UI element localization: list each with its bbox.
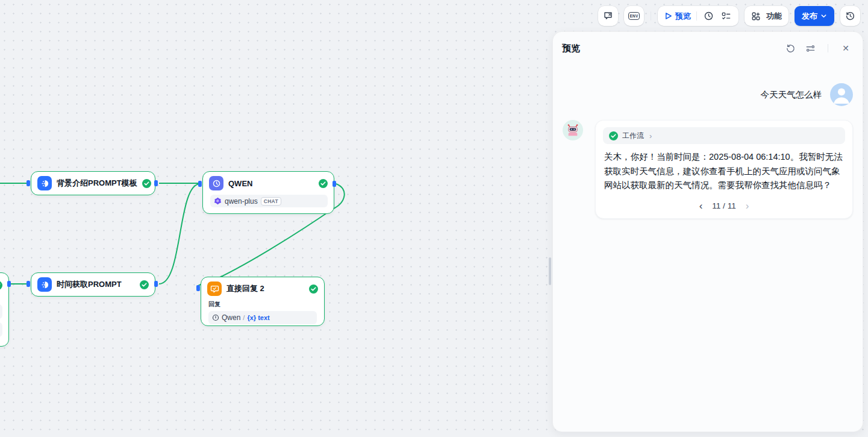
input-port[interactable] [198, 181, 202, 187]
preview-panel-title: 预览 [562, 43, 784, 54]
publish-label: 发布 [802, 11, 817, 22]
node-field-stub [0, 322, 2, 337]
user-message-row: 今天天气怎么样 [563, 83, 853, 106]
qwen-logo-icon [214, 197, 222, 205]
preview-run-label: 预览 [675, 11, 691, 22]
node-llm-qwen[interactable]: QWEN qwen-plus CHAT [202, 171, 334, 214]
llm-mini-icon [212, 314, 219, 321]
pagination-prev-icon[interactable]: ‹ [699, 201, 703, 211]
node-title: QWEN [228, 179, 314, 188]
close-panel-button[interactable]: ✕ [840, 42, 852, 54]
input-port[interactable] [196, 285, 200, 291]
env-variables-button[interactable]: ENV [624, 6, 644, 26]
checklist-icon [721, 11, 731, 21]
answer-section-label: 回复 [208, 300, 317, 309]
play-icon [664, 12, 672, 20]
node-template-bg[interactable]: 背景介绍PROMPT模板 [31, 171, 155, 195]
template-transform-icon [37, 277, 52, 292]
output-port[interactable] [154, 281, 158, 287]
bot-message-row: 工作流 › 关木，你好！当前时间是：2025-08-04 06:14:10。我暂… [563, 120, 853, 219]
user-avatar [830, 83, 853, 106]
ref-node-name: Qwen [222, 313, 240, 322]
pagination-count: 11 / 11 [712, 201, 735, 210]
success-check-icon [319, 179, 328, 188]
node-title: 直接回复 2 [226, 283, 304, 294]
panel-resize-handle[interactable] [549, 257, 551, 285]
checklist-button[interactable] [720, 10, 732, 22]
top-toolbar: ENV 预览 [598, 6, 860, 26]
input-port[interactable] [27, 281, 30, 287]
ref-variable-name: {x} text [247, 314, 269, 321]
preview-panel: 预览 ✕ 今天天气怎么样 [552, 31, 863, 432]
ref-slash: / [243, 314, 245, 321]
sliders-icon [805, 43, 816, 54]
pagination-next-icon[interactable]: › [746, 201, 749, 211]
success-check-icon [140, 280, 149, 289]
node-title: 背景介绍PROMPT模板 [57, 178, 137, 189]
model-name: qwen-plus [225, 197, 258, 206]
preview-panel-header: 预览 ✕ [553, 32, 863, 59]
version-history-button[interactable] [840, 6, 860, 26]
workflow-process-badge[interactable]: 工作流 › [603, 127, 845, 144]
conversation-settings-button[interactable] [804, 42, 816, 54]
chevron-down-icon [820, 13, 827, 19]
input-port[interactable] [27, 180, 30, 186]
bot-message-card: 工作流 › 关木，你好！当前时间是：2025-08-04 06:14:10。我暂… [595, 120, 853, 219]
model-mode-badge: CHAT [261, 197, 281, 206]
success-check-icon [309, 285, 318, 294]
preview-run-button[interactable]: 预览 [664, 11, 691, 22]
history-icon [845, 11, 855, 21]
message-pagination: ‹ 11 / 11 › [603, 201, 845, 211]
toolbar-divider [651, 11, 651, 20]
features-button[interactable]: 功能 [745, 6, 788, 26]
refresh-icon [785, 43, 796, 54]
features-blocks-icon [751, 11, 761, 21]
bot-avatar [563, 120, 583, 140]
header-divider [828, 44, 828, 52]
publish-button[interactable]: 发布 [795, 6, 834, 26]
node-template-time[interactable]: 时间获取PROMPT [31, 272, 155, 297]
robot-icon [566, 124, 579, 137]
features-label: 功能 [766, 11, 782, 22]
run-group: 预览 [658, 6, 738, 26]
answer-variable-ref[interactable]: Qwen / {x} text [208, 311, 317, 324]
node-answer-2[interactable]: 直接回复 2 回复 Qwen / {x} text [201, 277, 325, 326]
node-field-stub [0, 304, 2, 319]
clock-run-icon [704, 11, 714, 21]
annotation-button[interactable] [598, 6, 618, 26]
run-history-button[interactable] [702, 10, 714, 22]
output-port[interactable] [154, 180, 158, 186]
chat-annotation-icon [603, 11, 613, 21]
group-divider [696, 11, 697, 20]
template-transform-icon [37, 176, 52, 190]
node-title: 时间获取PROMPT [57, 279, 135, 290]
workflow-badge-label: 工作流 [622, 131, 644, 141]
user-message: 今天天气怎么样 [761, 89, 822, 101]
success-check-icon [609, 131, 618, 140]
success-check-icon [142, 179, 151, 188]
person-icon [830, 83, 853, 106]
answer-reply-icon [207, 281, 222, 296]
model-selector[interactable]: qwen-plus CHAT [210, 195, 328, 207]
restart-conversation-button[interactable] [784, 42, 796, 54]
env-icon: ENV [628, 12, 640, 20]
output-port[interactable] [333, 181, 336, 187]
chevron-right-icon: › [649, 131, 652, 140]
success-check-icon [0, 281, 2, 290]
llm-icon [209, 176, 223, 190]
bot-message-text: 关木，你好！当前时间是：2025-08-04 06:14:10。我暂时无法获取实… [604, 150, 844, 193]
output-port[interactable] [7, 281, 11, 287]
